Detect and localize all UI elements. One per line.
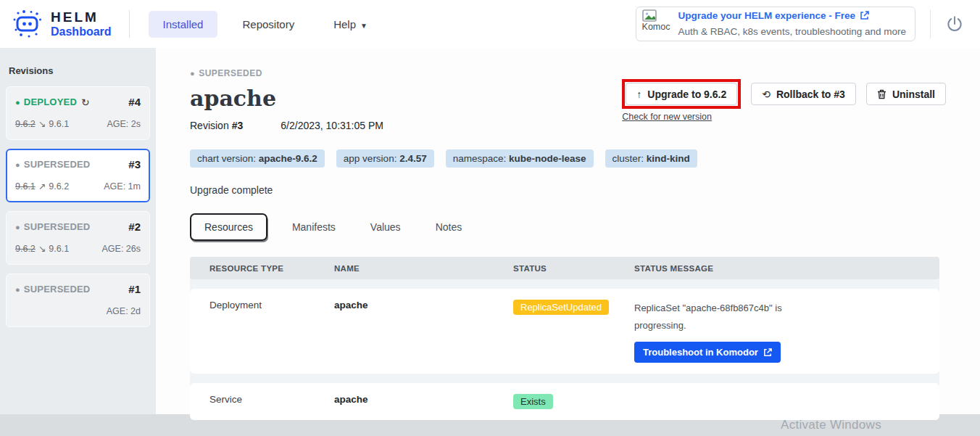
resource-name-cell: apache	[334, 300, 513, 310]
broken-image-icon: Komoc	[642, 9, 673, 38]
revision-card-3[interactable]: ●SUPERSEDED #3 9.6.1 ↗ 9.6.2 AGE: 1m	[6, 149, 150, 202]
table-row: Deployment apache ReplicaSetUpdated Repl…	[190, 289, 939, 374]
version-arrow-icon: ↗	[38, 181, 46, 192]
tab-manifests[interactable]: Manifests	[279, 215, 349, 239]
revision-label: Revision	[190, 120, 229, 131]
nav-tab-installed[interactable]: Installed	[149, 11, 218, 38]
version-arrow-icon: ↘	[38, 118, 46, 129]
revision-number: #3	[128, 158, 141, 170]
revision-card-1[interactable]: ●SUPERSEDED #1 AGE: 2d	[6, 273, 150, 327]
detail-tabs: Resources Manifests Values Notes	[190, 213, 946, 241]
table-header-row: RESOURCE TYPE NAME STATUS STATUS MESSAGE	[190, 257, 939, 279]
resource-type-cell: Service	[209, 394, 334, 405]
release-description: Upgrade complete	[190, 184, 946, 196]
nav-divider	[129, 10, 130, 38]
tab-values[interactable]: Values	[357, 215, 414, 239]
chevron-down-icon: ▼	[360, 22, 368, 30]
resource-name-cell: apache	[334, 394, 513, 405]
revision-number: #3	[232, 120, 244, 131]
app-version-badge: app version: 2.4.57	[336, 149, 434, 168]
nav-divider	[930, 9, 931, 38]
revision-age: AGE: 2d	[107, 306, 141, 316]
revision-age: AGE: 2s	[107, 119, 141, 129]
logo-text-helm: HELM	[51, 10, 112, 25]
upgrade-button[interactable]: ↑ Upgrade to 9.6.2	[626, 83, 737, 105]
status-dot: ●	[15, 285, 20, 294]
top-navbar: HELM Dashboard Installed Repository Help…	[0, 0, 980, 48]
table-row: Service apache Exists	[190, 383, 939, 420]
revision-card-2[interactable]: ●SUPERSEDED #2 9.6.2 ↘ 9.6.1 AGE: 26s	[6, 211, 150, 265]
release-meta-badges: chart version: apache-9.6.2 app version:…	[190, 149, 946, 168]
nav-tab-help[interactable]: Help▼	[319, 11, 382, 38]
namespace-badge: namespace: kube-node-lease	[446, 149, 594, 168]
banner-title: Upgrade your HELM experience - Free	[678, 9, 856, 23]
tab-notes[interactable]: Notes	[423, 215, 476, 239]
sidebar-title: Revisions	[9, 65, 147, 76]
troubleshoot-button[interactable]: Troubleshoot in Komodor	[634, 342, 781, 363]
uninstall-button[interactable]: Uninstall	[866, 83, 946, 105]
revision-date: 6/2/2023, 10:31:05 PM	[281, 120, 383, 131]
banner-subtitle: Auth & RBAC, k8s events, troubleshooting…	[678, 26, 906, 37]
rollback-button[interactable]: ⟲ Rollback to #3	[751, 83, 856, 105]
status-dot: ●	[190, 69, 195, 78]
resources-table: RESOURCE TYPE NAME STATUS STATUS MESSAGE…	[190, 257, 939, 420]
trash-icon	[877, 89, 886, 99]
komodor-promo-banner[interactable]: Komoc Upgrade your HELM experience - Fre…	[636, 7, 915, 41]
revision-card-4[interactable]: ●DEPLOYED ↻ #4 9.6.2 ↘ 9.6.1 AGE: 2s	[6, 86, 150, 140]
resource-type-cell: Deployment	[209, 300, 334, 310]
rollback-icon: ⟲	[762, 89, 771, 100]
chart-version-badge: chart version: apache-9.6.2	[190, 149, 325, 168]
status-badge: ReplicaSetUpdated	[513, 300, 609, 315]
main-nav: Installed Repository Help▼	[149, 11, 382, 38]
external-link-icon	[860, 11, 869, 20]
reload-icon[interactable]: ↻	[81, 96, 90, 108]
revision-number: #1	[128, 283, 141, 295]
col-header-resource-type: RESOURCE TYPE	[209, 264, 334, 273]
revision-number: #2	[128, 221, 141, 233]
status-dot: ●	[15, 223, 20, 231]
up-arrow-icon: ↑	[636, 89, 641, 100]
col-header-status-message: STATUS MESSAGE	[634, 264, 939, 273]
release-detail-panel: ●SUPERSEDED apache Revision #3 6/2/2023,…	[156, 48, 980, 414]
col-header-name: NAME	[334, 264, 513, 273]
revision-number: #4	[128, 96, 141, 108]
new-version: 9.6.2	[49, 181, 69, 192]
power-icon[interactable]	[945, 15, 964, 33]
new-version: 9.6.1	[49, 119, 69, 129]
status-dot: ●	[15, 98, 20, 107]
col-header-status: STATUS	[513, 264, 634, 273]
nav-tab-repository[interactable]: Repository	[228, 11, 309, 38]
helm-logo-icon	[12, 8, 43, 40]
logo-text-dashboard: Dashboard	[51, 25, 112, 38]
status-dot: ●	[15, 160, 20, 169]
old-version: 9.6.2	[15, 244, 36, 254]
check-new-version-link[interactable]: Check for new version	[622, 112, 741, 122]
tab-resources[interactable]: Resources	[190, 213, 267, 241]
revisions-sidebar: Revisions ●DEPLOYED ↻ #4 9.6.2 ↘ 9.6.1 A…	[0, 48, 156, 414]
old-version: 9.6.1	[15, 181, 36, 192]
status-badge: Exists	[513, 394, 553, 409]
old-version: 9.6.2	[15, 119, 36, 129]
external-link-icon	[763, 348, 772, 357]
release-actions: ↑ Upgrade to 9.6.2 Check for new version…	[622, 79, 946, 122]
helm-dashboard-logo[interactable]: HELM Dashboard	[12, 8, 112, 40]
banner-image-alt: Komoc	[642, 22, 670, 32]
version-arrow-icon: ↘	[38, 243, 46, 254]
revision-age: AGE: 26s	[102, 244, 141, 254]
revision-age: AGE: 1m	[104, 181, 141, 192]
upgrade-highlight-box: ↑ Upgrade to 9.6.2	[622, 79, 741, 109]
status-message: ReplicaSet "apache-68fb867c4b" is progre…	[634, 300, 797, 334]
new-version: 9.6.1	[49, 244, 69, 254]
cluster-badge: cluster: kind-kind	[605, 149, 697, 168]
release-status: ●SUPERSEDED	[190, 68, 946, 78]
